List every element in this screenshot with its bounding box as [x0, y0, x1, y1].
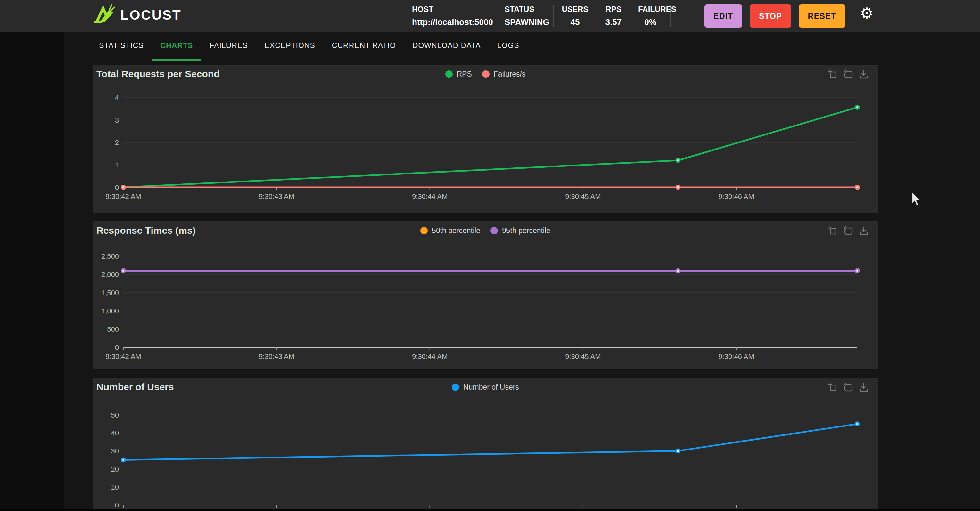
svg-text:9:30:42 AM: 9:30:42 AM	[105, 192, 141, 200]
tab-current-ratio[interactable]: CURRENT RATIO	[324, 32, 404, 60]
tab-charts[interactable]: CHARTS	[152, 32, 202, 60]
header-bar: LOCUST HOST http://localhost:5000 STATUS…	[0, 0, 980, 32]
svg-text:50: 50	[111, 411, 119, 419]
stat-rps: RPS 3.57	[597, 5, 630, 27]
locust-logo-icon	[94, 5, 115, 25]
stat-label: HOST	[412, 5, 489, 14]
svg-text:1,000: 1,000	[101, 307, 119, 315]
tab-download-data[interactable]: DOWNLOAD DATA	[404, 32, 489, 60]
chart-panel-number-users: Number of UsersNumber of Users0102030405…	[92, 378, 878, 511]
page-left-margin	[0, 32, 64, 511]
svg-text:9:30:43 AM: 9:30:43 AM	[259, 352, 294, 360]
tab-exceptions[interactable]: EXCEPTIONS	[256, 32, 324, 60]
brand-title: LOCUST	[121, 7, 181, 23]
runtime-stats: HOST http://localhost:5000 STATUS SPAWNI…	[404, 5, 671, 27]
chart-panel-response-times: Response Times (ms)50th percentile95th p…	[92, 221, 878, 369]
stat-failures: FAILURES 0%	[630, 5, 671, 27]
tab-logs[interactable]: LOGS	[489, 32, 528, 60]
svg-text:2,000: 2,000	[101, 271, 119, 279]
svg-text:3: 3	[115, 116, 119, 124]
stop-button[interactable]: STOP	[750, 5, 791, 27]
svg-text:9:30:44 AM: 9:30:44 AM	[412, 192, 447, 200]
svg-text:500: 500	[107, 325, 119, 333]
svg-text:0: 0	[115, 501, 119, 509]
stat-value: SPAWNING	[504, 17, 546, 27]
stat-label: STATUS	[504, 5, 546, 14]
stat-host: HOST http://localhost:5000	[404, 5, 497, 27]
stat-label: FAILURES	[638, 5, 662, 14]
chart-plot-area[interactable]: 012349:30:42 AM9:30:43 AM9:30:44 AM9:30:…	[92, 65, 878, 213]
stat-users: USERS 45	[554, 5, 597, 27]
stat-value: 45	[561, 17, 589, 27]
stat-value: http://localhost:5000	[412, 17, 489, 27]
chart-panel-total-rps: Total Requests per SecondRPSFailures/s01…	[92, 65, 878, 213]
stat-status: STATUS SPAWNING	[497, 5, 554, 27]
svg-text:9:30:45 AM: 9:30:45 AM	[565, 192, 601, 200]
svg-text:10: 10	[111, 483, 119, 491]
stat-label: USERS	[561, 5, 589, 14]
svg-text:1,500: 1,500	[101, 289, 119, 297]
stat-label: RPS	[605, 5, 622, 14]
svg-text:40: 40	[111, 429, 119, 437]
stat-value: 3.57	[605, 17, 622, 27]
svg-text:2: 2	[115, 139, 119, 147]
edit-button[interactable]: EDIT	[705, 5, 742, 27]
tab-failures[interactable]: FAILURES	[201, 32, 256, 60]
tab-statistics[interactable]: STATISTICS	[91, 32, 152, 60]
svg-text:9:30:43 AM: 9:30:43 AM	[259, 192, 294, 200]
svg-text:2,500: 2,500	[101, 252, 119, 260]
svg-text:9:30:42 AM: 9:30:42 AM	[105, 352, 141, 360]
svg-text:9:30:46 AM: 9:30:46 AM	[718, 192, 754, 200]
chart-plot-area[interactable]: 010203040509:30:42 AM9:30:43 AM9:30:44 A…	[92, 378, 878, 511]
page-bottom-edge	[0, 509, 980, 511]
reset-button[interactable]: RESET	[799, 5, 845, 27]
svg-text:9:30:46 AM: 9:30:46 AM	[718, 352, 754, 360]
action-buttons: EDIT STOP RESET	[705, 5, 845, 27]
svg-text:0: 0	[115, 344, 119, 352]
svg-text:9:30:44 AM: 9:30:44 AM	[412, 352, 447, 360]
svg-text:9:30:45 AM: 9:30:45 AM	[565, 352, 601, 360]
svg-text:1: 1	[115, 161, 119, 169]
svg-text:30: 30	[111, 447, 119, 455]
svg-text:4: 4	[115, 94, 119, 102]
locust-webui: LOCUST HOST http://localhost:5000 STATUS…	[0, 0, 980, 511]
mouse-cursor	[912, 192, 922, 208]
svg-text:0: 0	[115, 184, 119, 192]
brand[interactable]: LOCUST	[94, 5, 181, 25]
settings-gear-icon[interactable]: ⚙	[860, 6, 873, 21]
nav-tabs: STATISTICS CHARTS FAILURES EXCEPTIONS CU…	[91, 32, 528, 60]
svg-text:20: 20	[111, 465, 119, 473]
chart-plot-area[interactable]: 05001,0001,5002,0002,5009:30:42 AM9:30:4…	[92, 221, 878, 369]
stat-value: 0%	[638, 17, 662, 27]
